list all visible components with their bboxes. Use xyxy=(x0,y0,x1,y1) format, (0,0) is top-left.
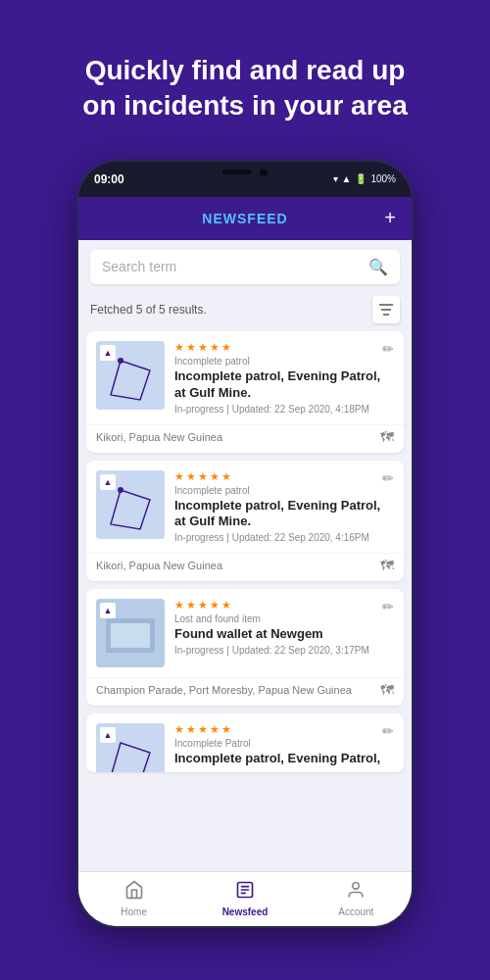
signal-icon: ▲ xyxy=(342,173,352,184)
hero-title: Quickly find and read up on incidents in… xyxy=(39,24,451,144)
incident-thumb-2: ▲ xyxy=(96,470,165,539)
incident-thumb-1: ▲ xyxy=(96,341,165,410)
star5: ★ xyxy=(221,341,231,354)
incident-info-3: ★ ★ ★ ★ ★ Lost and found item Found wall… xyxy=(174,599,394,667)
stars-row-1: ★ ★ ★ ★ ★ xyxy=(174,341,394,354)
stars-row-4: ★ ★ ★ ★ ★ xyxy=(174,723,394,736)
incident-status-1: In-progress | Updated: 22 Sep 2020, 4:18… xyxy=(174,404,394,415)
app-content: Search term 🔍 Fetched 5 of 5 results. xyxy=(78,240,412,926)
thumb-badge-1: ▲ xyxy=(100,345,116,361)
incident-footer-2: Kikori, Papua New Guinea 🗺 xyxy=(86,553,404,581)
thumb-badge-4: ▲ xyxy=(100,727,116,743)
search-icon[interactable]: 🔍 xyxy=(368,258,388,276)
incident-type-3: Lost and found item xyxy=(174,613,394,624)
bottom-nav: Home Newsfeed xyxy=(78,871,412,926)
svg-point-8 xyxy=(118,487,123,493)
hero-section: Quickly find and read up on incidents in… xyxy=(0,0,490,162)
nav-home[interactable]: Home xyxy=(78,880,189,917)
incident-card-1[interactable]: ▲ ★ ★ ★ ★ ★ Incomplete patrol Incomplete… xyxy=(86,331,404,453)
filter-bar: Fetched 5 of 5 results. xyxy=(78,292,412,331)
edit-icon-1[interactable]: ✏ xyxy=(382,341,394,357)
nav-newsfeed[interactable]: Newsfeed xyxy=(189,880,300,917)
star4: ★ xyxy=(210,341,220,354)
incident-type-4: Incomplete Patrol xyxy=(174,738,394,749)
incident-location-1: Kikori, Papua New Guinea xyxy=(96,431,222,443)
incident-info-1: ★ ★ ★ ★ ★ Incomplete patrol Incomplete p… xyxy=(174,341,394,415)
incident-title-3: Found wallet at Newgem xyxy=(174,626,394,643)
incident-thumb-3: ▲ xyxy=(96,599,165,667)
battery-percent: 100% xyxy=(370,173,396,184)
camera-notch xyxy=(186,162,304,183)
filter-button[interactable] xyxy=(372,296,400,323)
search-bar[interactable]: Search term 🔍 xyxy=(90,250,400,284)
app-header: NEWSFEED + xyxy=(78,197,412,240)
incident-main-row-1: ▲ ★ ★ ★ ★ ★ Incomplete patrol Incomplete… xyxy=(86,331,404,424)
incident-footer-1: Kikori, Papua New Guinea 🗺 xyxy=(86,424,404,453)
incident-title-1: Incomplete patrol, Evening Patrol, at Gu… xyxy=(174,368,394,402)
incident-title-4: Incomplete patrol, Evening Patrol, xyxy=(174,751,394,767)
svg-rect-11 xyxy=(111,623,150,648)
nav-account-label: Account xyxy=(338,906,373,917)
incident-location-3: Champion Parade, Port Moresby, Papua New… xyxy=(96,684,352,696)
account-icon xyxy=(346,880,366,905)
incidents-list: ▲ ★ ★ ★ ★ ★ Incomplete patrol Incomplete… xyxy=(78,331,412,871)
edit-icon-4[interactable]: ✏ xyxy=(382,723,394,739)
incident-card-3[interactable]: ▲ ★ ★ ★ ★ ★ Lost and found item Found wa… xyxy=(86,589,404,706)
nav-account[interactable]: Account xyxy=(301,880,412,917)
status-icons: ▾ ▲ 🔋 100% xyxy=(333,173,396,184)
star2: ★ xyxy=(186,341,196,354)
incident-type-1: Incomplete patrol xyxy=(174,356,394,367)
speaker xyxy=(222,170,252,174)
camera-dot xyxy=(260,169,268,176)
incident-main-row-4: ▲ ★ ★ ★ ★ ★ Incomplete Patrol Incomplete… xyxy=(86,713,404,772)
incident-title-2: Incomplete patrol, Evening Patrol, at Gu… xyxy=(174,498,394,531)
search-placeholder[interactable]: Search term xyxy=(102,259,176,274)
newsfeed-icon xyxy=(235,880,255,905)
home-icon xyxy=(124,880,144,905)
incident-info-4: ★ ★ ★ ★ ★ Incomplete Patrol Incomplete p… xyxy=(174,723,394,772)
svg-point-18 xyxy=(353,883,360,890)
stars-row-2: ★ ★ ★ ★ ★ xyxy=(174,470,394,483)
thumb-badge-3: ▲ xyxy=(100,603,116,618)
edit-icon-3[interactable]: ✏ xyxy=(382,599,394,614)
incident-status-2: In-progress | Updated: 22 Sep 2020, 4:16… xyxy=(174,532,394,543)
edit-icon-2[interactable]: ✏ xyxy=(382,470,394,486)
nav-newsfeed-label: Newsfeed xyxy=(222,906,269,917)
map-icon-3[interactable]: 🗺 xyxy=(380,682,394,698)
incident-location-2: Kikori, Papua New Guinea xyxy=(96,560,222,571)
wifi-icon: ▾ xyxy=(333,173,338,184)
nav-home-label: Home xyxy=(121,906,147,917)
incident-type-2: Incomplete patrol xyxy=(174,485,394,496)
status-time: 09:00 xyxy=(94,172,124,186)
incident-card-4[interactable]: ▲ ★ ★ ★ ★ ★ Incomplete Patrol Incomplete… xyxy=(86,713,404,772)
results-text: Fetched 5 of 5 results. xyxy=(90,303,207,317)
svg-point-5 xyxy=(118,358,123,364)
battery-icon: 🔋 xyxy=(355,173,367,184)
stars-row-3: ★ ★ ★ ★ ★ xyxy=(174,599,394,612)
incident-thumb-4: ▲ xyxy=(96,723,165,772)
star3: ★ xyxy=(198,341,208,354)
star1: ★ xyxy=(174,341,184,354)
map-icon-2[interactable]: 🗺 xyxy=(380,558,394,573)
add-button[interactable]: + xyxy=(384,207,396,229)
thumb-badge-2: ▲ xyxy=(100,474,116,490)
incident-card-2[interactable]: ▲ ★ ★ ★ ★ ★ Incomplete patrol Incomplete… xyxy=(86,461,404,582)
filter-icon-svg xyxy=(378,303,394,317)
incident-main-row-2: ▲ ★ ★ ★ ★ ★ Incomplete patrol Incomplete… xyxy=(86,461,404,554)
app-header-title: NEWSFEED xyxy=(202,211,287,226)
phone-frame: 09:00 ▾ ▲ 🔋 100% NEWSFEED + Search term … xyxy=(78,162,412,926)
map-icon-1[interactable]: 🗺 xyxy=(380,429,394,445)
incident-status-3: In-progress | Updated: 22 Sep 2020, 3:17… xyxy=(174,645,394,656)
incident-footer-3: Champion Parade, Port Moresby, Papua New… xyxy=(86,677,404,706)
incident-info-2: ★ ★ ★ ★ ★ Incomplete patrol Incomplete p… xyxy=(174,470,394,544)
incident-main-row-3: ▲ ★ ★ ★ ★ ★ Lost and found item Found wa… xyxy=(86,589,404,677)
